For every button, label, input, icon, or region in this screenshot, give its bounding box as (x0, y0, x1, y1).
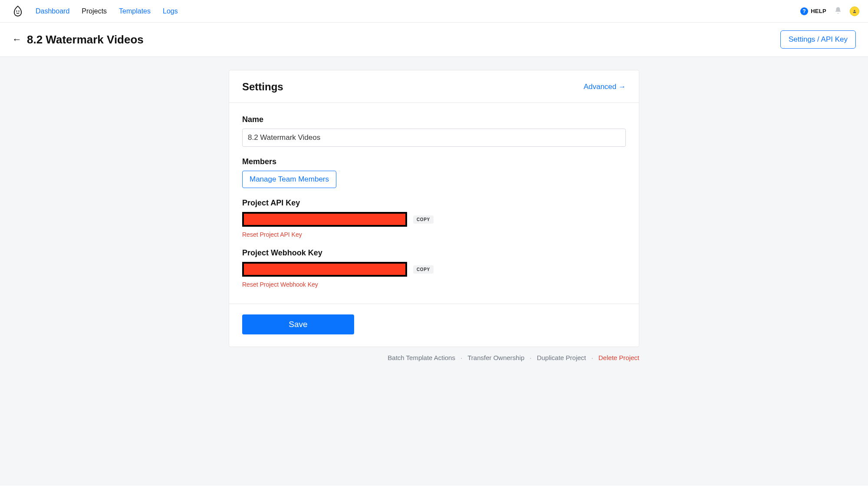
duplicate-project-link[interactable]: Duplicate Project (537, 354, 586, 361)
members-section: Members Manage Team Members (242, 157, 626, 188)
name-input[interactable] (242, 129, 626, 147)
separator-icon: · (530, 354, 532, 361)
help-icon: ? (800, 7, 808, 15)
separator-icon: · (591, 354, 593, 361)
footer-actions: Batch Template Actions · Transfer Owners… (229, 354, 639, 361)
subheader-left: ← 8.2 Watermark Videos (12, 33, 144, 46)
reset-webhook-key-link[interactable]: Reset Project Webhook Key (242, 281, 318, 288)
manage-team-members-button[interactable]: Manage Team Members (242, 171, 336, 188)
name-label: Name (242, 115, 626, 124)
api-key-row: COPY (242, 212, 626, 227)
api-key-section: Project API Key COPY Reset Project API K… (242, 198, 626, 238)
webhook-key-value-redacted (242, 262, 407, 277)
subheader: ← 8.2 Watermark Videos Settings / API Ke… (0, 23, 868, 57)
notifications-icon[interactable] (834, 7, 842, 16)
back-arrow-icon[interactable]: ← (12, 34, 22, 45)
advanced-link[interactable]: Advanced → (584, 83, 626, 91)
help-button[interactable]: ? HELP (800, 7, 826, 15)
page-title: 8.2 Watermark Videos (27, 33, 144, 46)
top-nav: Dashboard Projects Templates Logs ? HELP (0, 0, 868, 23)
top-nav-right: ? HELP (800, 7, 859, 16)
webhook-key-label: Project Webhook Key (242, 248, 626, 258)
reset-api-key-link[interactable]: Reset Project API Key (242, 231, 302, 238)
card-body: Name Members Manage Team Members Project… (229, 103, 639, 304)
webhook-key-row: COPY (242, 262, 626, 277)
webhook-key-copy-button[interactable]: COPY (413, 265, 434, 274)
svg-point-1 (18, 10, 20, 12)
card-header: Settings Advanced → (229, 70, 639, 103)
transfer-ownership-link[interactable]: Transfer Ownership (467, 354, 524, 361)
webhook-key-section: Project Webhook Key COPY Reset Project W… (242, 248, 626, 288)
main: Settings Advanced → Name Members Manage … (0, 57, 868, 486)
logo[interactable] (12, 6, 23, 17)
settings-api-key-button[interactable]: Settings / API Key (780, 30, 856, 49)
nav-link-logs[interactable]: Logs (163, 7, 178, 15)
settings-card: Settings Advanced → Name Members Manage … (229, 70, 639, 347)
card-footer: Save (229, 304, 639, 347)
members-label: Members (242, 157, 626, 166)
top-nav-left: Dashboard Projects Templates Logs (12, 6, 178, 17)
delete-project-link[interactable]: Delete Project (598, 354, 639, 361)
nav-link-projects[interactable]: Projects (82, 7, 107, 15)
api-key-copy-button[interactable]: COPY (413, 215, 434, 224)
save-button[interactable]: Save (242, 314, 354, 334)
nav-link-templates[interactable]: Templates (119, 7, 151, 15)
api-key-value-redacted (242, 212, 407, 227)
nav-links: Dashboard Projects Templates Logs (36, 7, 178, 15)
svg-point-2 (854, 10, 855, 11)
help-label: HELP (811, 8, 826, 14)
nav-link-dashboard[interactable]: Dashboard (36, 7, 69, 15)
name-section: Name (242, 115, 626, 147)
card-title: Settings (242, 81, 283, 93)
avatar[interactable] (850, 7, 859, 16)
batch-template-actions-link[interactable]: Batch Template Actions (388, 354, 455, 361)
api-key-label: Project API Key (242, 198, 626, 208)
svg-point-0 (16, 10, 17, 12)
separator-icon: · (460, 354, 462, 361)
